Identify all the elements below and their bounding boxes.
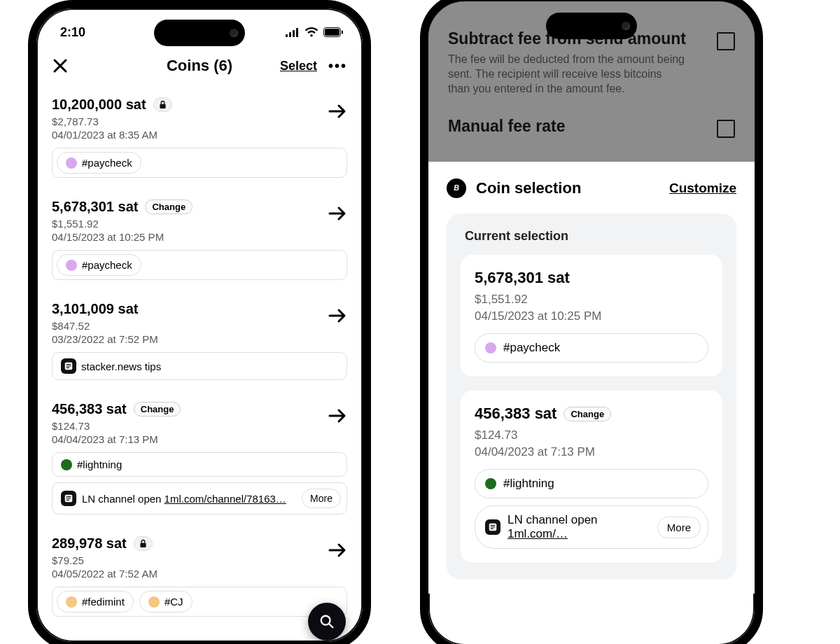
close-icon[interactable] xyxy=(52,57,69,74)
coin-list: 10,200,000 sat $2,787.73 04/01/2023 at 8… xyxy=(36,83,363,629)
coin-row[interactable]: 10,200,000 sat $2,787.73 04/01/2023 at 8… xyxy=(52,88,347,190)
selected-coin-card[interactable]: 456,383 sat Change $124.73 04/04/2023 at… xyxy=(461,391,722,563)
coin-row[interactable]: 5,678,301 sat Change $1,551.92 04/15/202… xyxy=(52,190,347,293)
svg-line-12 xyxy=(329,624,332,627)
tag-dot-icon xyxy=(66,158,77,169)
coin-amount: 5,678,301 sat xyxy=(52,199,138,215)
tag-link[interactable]: LN channel open 1ml.com/… More xyxy=(475,505,708,549)
tag-hashtag[interactable]: #paycheck xyxy=(57,254,141,276)
tag-hashtag[interactable]: #paycheck xyxy=(475,333,708,363)
tag-hashtag[interactable]: #CJ xyxy=(139,591,192,612)
coin-amount: 456,383 sat xyxy=(475,405,556,423)
coin-selection-sheet: B Coin selection Customize Current selec… xyxy=(428,162,755,594)
coin-amount: 3,101,009 sat xyxy=(52,301,138,317)
bitcoin-icon: B xyxy=(447,178,466,198)
tag-hashtag[interactable]: #fedimint xyxy=(57,591,134,612)
sheet-title: Coin selection xyxy=(476,179,581,197)
svg-rect-10 xyxy=(140,543,146,547)
lock-icon xyxy=(153,97,172,112)
tag-dot-icon xyxy=(66,260,77,271)
dynamic-island xyxy=(546,13,637,39)
chevron-right-icon[interactable] xyxy=(328,408,347,424)
tag-label: #paycheck xyxy=(503,341,560,355)
more-icon[interactable]: ••• xyxy=(328,58,347,74)
coin-timestamp: 03/23/2022 at 7:52 PM xyxy=(52,333,347,345)
tag-more-button[interactable]: More xyxy=(302,489,341,508)
change-badge: Change xyxy=(564,407,611,421)
tag-label: #paycheck xyxy=(82,259,132,271)
coin-fiat: $79.25 xyxy=(52,554,347,566)
svg-text:B: B xyxy=(454,184,459,192)
option-title: Manual fee rate xyxy=(448,117,565,136)
coin-fiat: $847.52 xyxy=(52,320,347,332)
change-badge: Change xyxy=(134,402,181,416)
coin-fiat: $2,787.73 xyxy=(52,115,347,127)
coin-timestamp: 04/04/2023 at 7:13 PM xyxy=(52,433,347,445)
coin-row[interactable]: 289,978 sat $79.25 04/05/2022 at 7:52 AM… xyxy=(52,527,347,629)
option-manual-fee[interactable]: Manual fee rate xyxy=(448,110,735,142)
tag-dot-icon xyxy=(485,478,496,489)
tag-dot-icon xyxy=(148,596,160,608)
coin-timestamp: 04/04/2023 at 7:13 PM xyxy=(475,445,708,459)
tag-label: stacker.news tips xyxy=(81,360,161,372)
battery-icon xyxy=(323,27,343,37)
svg-rect-5 xyxy=(325,29,340,36)
tag-label: LN channel open 1ml.com/channel/78163… xyxy=(82,493,286,505)
coin-timestamp: 04/01/2023 at 8:35 AM xyxy=(52,129,347,141)
tag-hashtag[interactable]: #paycheck xyxy=(57,152,141,174)
tag-label: #lightning xyxy=(503,477,554,491)
coin-amount: 289,978 sat xyxy=(52,536,127,552)
coin-timestamp: 04/05/2022 at 7:52 AM xyxy=(52,568,347,580)
cellular-icon xyxy=(286,28,300,37)
coin-fiat: $1,551.92 xyxy=(475,293,708,307)
coin-amount: 456,383 sat xyxy=(52,401,127,417)
chevron-right-icon[interactable] xyxy=(328,206,347,221)
tag-more-button[interactable]: More xyxy=(657,517,701,538)
svg-rect-0 xyxy=(286,34,288,37)
checkbox[interactable] xyxy=(717,32,735,50)
selected-coin-card[interactable]: 5,678,301 sat $1,551.92 04/15/2023 at 10… xyxy=(461,255,722,377)
chevron-right-icon[interactable] xyxy=(328,104,347,119)
coin-timestamp: 04/15/2023 at 10:25 PM xyxy=(52,231,347,243)
tag-hashtag[interactable]: #lightning xyxy=(52,452,347,477)
tag-dot-icon xyxy=(485,342,496,354)
tag-label: #CJ xyxy=(164,596,183,608)
tag-link[interactable]: LN channel open 1ml.com/channel/78163… M… xyxy=(52,482,347,514)
coin-row[interactable]: 3,101,009 sat $847.52 03/23/2022 at 7:52… xyxy=(52,293,347,393)
status-time: 2:10 xyxy=(60,25,85,40)
tag-hashtag[interactable]: #lightning xyxy=(475,469,708,498)
tag-dot-icon xyxy=(66,596,77,608)
checkbox[interactable] xyxy=(717,120,735,138)
tag-label: #paycheck xyxy=(82,157,132,169)
change-badge: Change xyxy=(145,200,192,214)
phone-left: 2:10 Coins (6) xyxy=(28,0,371,644)
note-icon xyxy=(61,491,76,506)
tag-label: #lightning xyxy=(77,458,122,470)
screen-header: Coins (6) Select ••• xyxy=(36,48,363,83)
svg-rect-6 xyxy=(342,31,343,34)
current-selection-panel: Current selection 5,678,301 sat $1,551.9… xyxy=(447,214,736,580)
coin-amount: 10,200,000 sat xyxy=(52,97,146,113)
select-button[interactable]: Select xyxy=(280,59,317,74)
coin-timestamp: 04/15/2023 at 10:25 PM xyxy=(475,309,708,323)
coin-amount: 5,678,301 sat xyxy=(475,269,570,287)
tag-note[interactable]: stacker.news tips xyxy=(52,352,347,380)
tag-label: LN channel open 1ml.com/… xyxy=(507,513,650,541)
svg-rect-1 xyxy=(289,32,291,37)
chevron-right-icon[interactable] xyxy=(328,308,347,323)
option-subtitle: The fee will be deducted from the amount… xyxy=(448,52,686,96)
coin-row[interactable]: 456,383 sat Change $124.73 04/04/2023 at… xyxy=(52,393,347,527)
dynamic-island xyxy=(154,20,245,46)
svg-rect-2 xyxy=(293,30,295,37)
chevron-right-icon[interactable] xyxy=(328,542,347,558)
wifi-icon xyxy=(304,27,318,37)
search-fab[interactable] xyxy=(308,603,346,640)
customize-button[interactable]: Customize xyxy=(669,181,736,196)
tag-label: #fedimint xyxy=(82,596,125,608)
coin-fiat: $1,551.92 xyxy=(52,218,347,230)
page-title: Coins (6) xyxy=(167,57,232,75)
coin-fiat: $124.73 xyxy=(52,420,347,432)
note-icon xyxy=(61,358,76,374)
svg-rect-3 xyxy=(296,28,298,37)
current-selection-label: Current selection xyxy=(461,229,722,244)
